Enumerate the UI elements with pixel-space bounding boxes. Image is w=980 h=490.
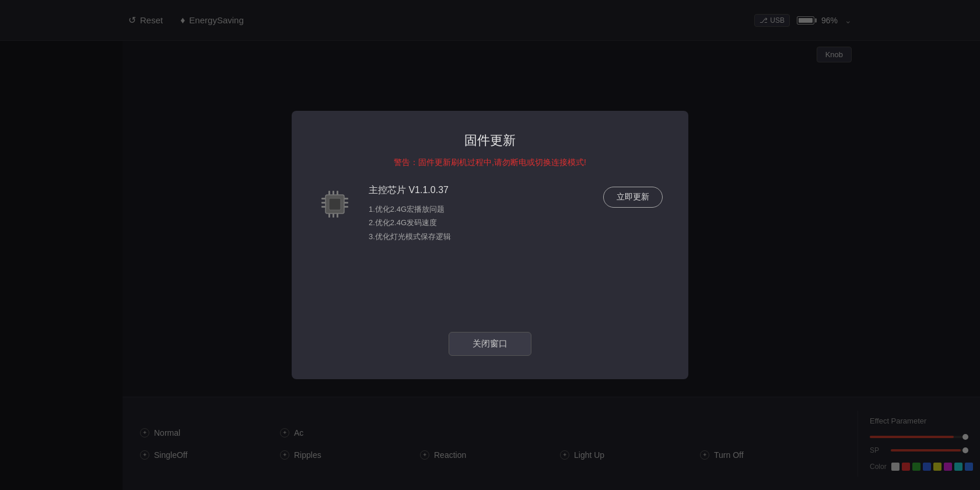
chip-icon <box>317 187 352 224</box>
changelog-item: 1.优化2.4G宏播放问题 <box>369 202 587 216</box>
update-now-button[interactable]: 立即更新 <box>603 187 663 208</box>
svg-rect-4 <box>321 206 326 208</box>
svg-rect-8 <box>328 191 330 195</box>
close-window-button[interactable]: 关闭窗口 <box>449 332 531 356</box>
svg-rect-13 <box>337 214 338 218</box>
modal-title: 固件更新 <box>464 132 516 149</box>
device-name: 主控芯片 V1.1.0.37 <box>369 184 587 197</box>
svg-rect-2 <box>321 198 326 200</box>
changelog-item: 2.优化2.4G发码速度 <box>369 216 587 229</box>
device-info: 主控芯片 V1.1.0.37 1.优化2.4G宏播放问题2.优化2.4G发码速度… <box>369 184 587 243</box>
svg-rect-6 <box>344 202 348 204</box>
svg-rect-1 <box>329 198 341 210</box>
svg-rect-12 <box>332 214 334 218</box>
svg-rect-9 <box>332 191 334 195</box>
firmware-update-modal: 固件更新 警告：固件更新刷机过程中,请勿断电或切换连接模式! 主控芯片 V1.1… <box>292 111 688 379</box>
svg-rect-3 <box>321 202 326 204</box>
modal-overlay: 固件更新 警告：固件更新刷机过程中,请勿断电或切换连接模式! 主控芯片 V1.1… <box>0 0 980 490</box>
svg-rect-5 <box>344 198 348 200</box>
svg-rect-10 <box>337 191 338 195</box>
changelog-item: 3.优化灯光模式保存逻辑 <box>369 230 587 243</box>
modal-warning: 警告：固件更新刷机过程中,请勿断电或切换连接模式! <box>394 158 586 168</box>
device-changelog: 1.优化2.4G宏播放问题2.优化2.4G发码速度3.优化灯光模式保存逻辑 <box>369 202 587 243</box>
svg-rect-11 <box>328 214 330 218</box>
svg-rect-7 <box>344 206 348 208</box>
modal-device-row: 主控芯片 V1.1.0.37 1.优化2.4G宏播放问题2.优化2.4G发码速度… <box>317 184 663 243</box>
